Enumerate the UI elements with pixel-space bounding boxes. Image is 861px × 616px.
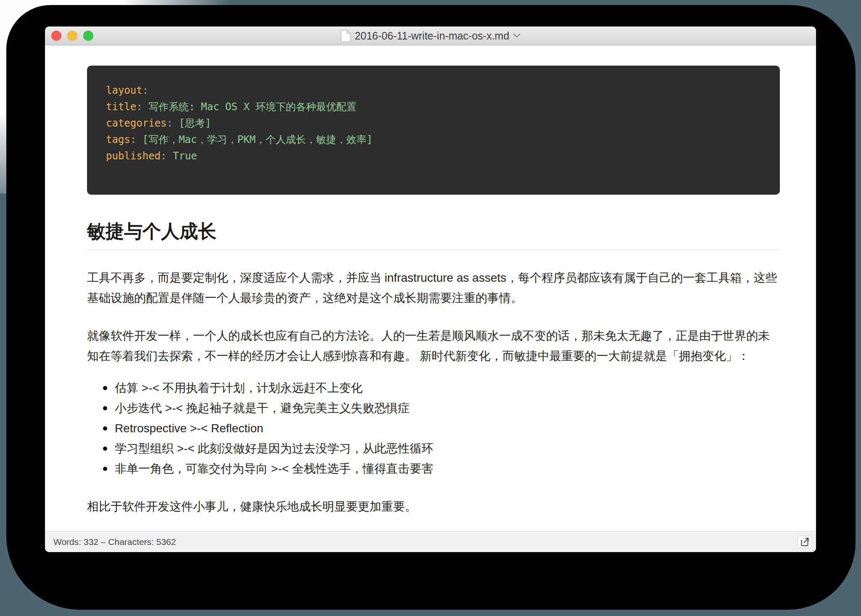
list-item: 非单一角色，可靠交付为导向 >-< 全栈性选手，懂得直击要害 [115, 459, 780, 479]
article-heading: 敏捷与个人成长 [87, 218, 780, 250]
list-item: Retrospective >-< Reflection [115, 418, 780, 439]
list-item: 小步迭代 >-< 挽起袖子就是干，避免完美主义失败恐惧症 [115, 398, 780, 418]
frontmatter-codeblock: layout: title: 写作系统: Mac OS X 环境下的各种最优配置… [87, 66, 780, 195]
code-line: tags: [写作，Mac，学习，PKM，个人成长，敏捷，效率] [106, 132, 761, 148]
minimize-button[interactable] [67, 31, 77, 41]
list-item: 学习型组织 >-< 此刻没做好是因为过去没学习，从此恶性循环 [115, 439, 780, 459]
bullet-list: 估算 >-< 不用执着于计划，计划永远赶不上变化 小步迭代 >-< 挽起袖子就是… [87, 378, 780, 479]
paragraph: 就像软件开发一样，一个人的成长也应有自己的方法论。人的一生若是顺风顺水一成不变的… [87, 326, 780, 366]
document-icon [341, 29, 351, 42]
window-title-menu[interactable]: 2016-06-11-write-in-mac-os-x.md [341, 29, 521, 42]
statusbar: Words: 332 – Characters: 5362 [45, 531, 816, 552]
window-title: 2016-06-11-write-in-mac-os-x.md [355, 30, 510, 42]
close-button[interactable] [51, 31, 61, 41]
code-line: published: True [106, 148, 761, 164]
code-line: categories: [思考] [106, 115, 761, 132]
markdown-preview: layout: title: 写作系统: Mac OS X 环境下的各种最优配置… [45, 45, 816, 531]
open-external-button[interactable] [797, 536, 812, 548]
titlebar[interactable]: 2016-06-11-write-in-mac-os-x.md [45, 26, 816, 45]
chevron-down-icon [513, 33, 520, 38]
code-line: layout: [106, 82, 761, 99]
paragraph: 工具不再多，而是要定制化，深度适应个人需求，并应当 infrastructure… [87, 268, 780, 308]
zoom-button[interactable] [83, 31, 93, 41]
traffic-lights [51, 26, 93, 45]
code-line: title: 写作系统: Mac OS X 环境下的各种最优配置 [106, 99, 761, 115]
external-link-icon [800, 537, 810, 547]
closing-paragraph: 相比于软件开发这件小事儿，健康快乐地成长明显要更加重要。 [87, 497, 780, 517]
list-item: 估算 >-< 不用执着于计划，计划永远赶不上变化 [115, 378, 780, 398]
editor-window: 2016-06-11-write-in-mac-os-x.md layout: … [45, 26, 816, 552]
word-count-label: Words: 332 – Characters: 5362 [53, 537, 797, 547]
